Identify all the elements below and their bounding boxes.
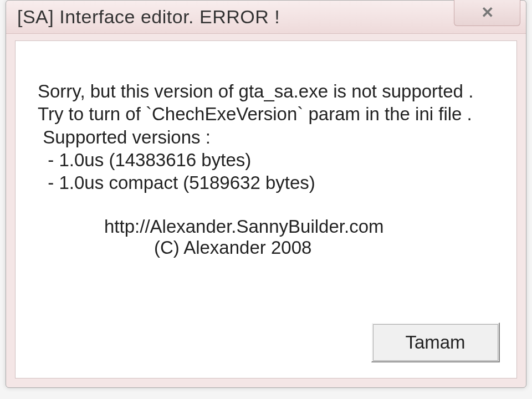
window-title: [SA] Interface editor. ERROR ! [17, 6, 517, 28]
close-icon: ✕ [481, 3, 494, 22]
close-button[interactable]: ✕ [454, 0, 520, 26]
ok-button[interactable]: Tamam [371, 323, 500, 362]
titlebar: [SA] Interface editor. ERROR ! ✕ [6, 1, 526, 34]
error-text-line-3: Supported versions : [38, 126, 494, 149]
error-copyright: (C) Alexander 2008 [38, 237, 494, 258]
error-text-line-2: Try to turn of `ChechExeVersion` param i… [38, 103, 494, 125]
client-area: Sorry, but this version of gta_sa.exe is… [15, 40, 517, 378]
error-text-line-5: - 1.0us compact (5189632 bytes) [38, 171, 494, 194]
error-dialog: [SA] Interface editor. ERROR ! ✕ Sorry, … [6, 0, 526, 388]
error-text-line-1: Sorry, but this version of gta_sa.exe is… [38, 80, 494, 103]
error-url: http://Alexander.SannyBuilder.com [38, 216, 494, 237]
error-text-line-4: - 1.0us (14383616 bytes) [38, 149, 494, 171]
